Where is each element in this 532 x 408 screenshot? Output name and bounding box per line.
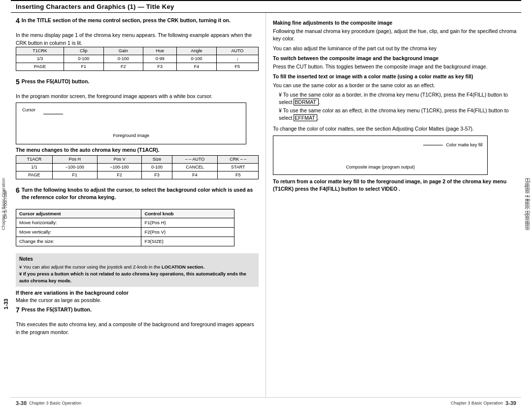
if-there-line2: Make the cursor as large as possible. (16, 297, 101, 303)
t2-f2: F2 (97, 171, 142, 179)
t2-r1: −100-100 (52, 163, 97, 171)
return-text: To return from a color matte key fill to… (273, 178, 517, 193)
step4-intro: In the TITLE section of the menu control… (22, 17, 231, 23)
footer-right-page: 3-39 (505, 400, 516, 406)
page-side-number: 1-33 (3, 299, 9, 309)
step7-sub: This executes the auto chroma key, and a… (16, 321, 254, 335)
composite-label: Composite image (program output) (346, 164, 415, 170)
page-title: Inserting Characters and Graphics (1) — … (16, 3, 174, 10)
t2-f3: F3 (142, 171, 172, 179)
step5-sub: In the program monitor screen, the foreg… (16, 93, 212, 99)
t1-h1: Clip (64, 47, 103, 55)
step6-number: 6 (16, 186, 20, 195)
fill-color-bullet1: ¥ To use the same color as a border, in … (279, 91, 517, 106)
if-there-line1: If there are variations in the backgroun… (16, 290, 129, 296)
t1-r2: 0-100 (103, 55, 143, 63)
color-mattes-note: To change the color of color mattes, see… (273, 125, 517, 133)
step7-number: 7 (16, 306, 20, 314)
ct-r1c0: Move vertically: (16, 228, 141, 237)
t2-f4: F4 (172, 171, 218, 179)
t1-h4: Angle (177, 47, 217, 55)
footer-right: Chapter 3 Basic Operation 3-39 (266, 398, 521, 408)
col-left: 4 In the TITLE section of the menu contr… (11, 13, 266, 397)
step4-number: 4 (16, 17, 20, 25)
note-item-1: ¥ You can also adjust the cursor using t… (19, 264, 255, 271)
notes-title: Notes (19, 256, 255, 263)
t1-h5: AUTO (216, 47, 258, 55)
switch-heading: To switch between the composite image an… (273, 55, 517, 62)
notes-box: Notes ¥ You can also adjust the cursor u… (16, 253, 259, 287)
left-chapter-label: Chapter 3 Basic Operation (1, 178, 6, 230)
step4-sub: In the menu display page 1 of the chroma… (16, 32, 252, 45)
ct-r2c0: Change the size: (16, 237, 141, 246)
note-item-2: ¥ If you press a button which is not rel… (19, 271, 255, 284)
t1-f2: F2 (103, 63, 143, 70)
making-fine-text: Following the manual chroma key procedur… (273, 28, 517, 42)
menu-change-text: The menu changes to the auto chroma key … (16, 146, 259, 154)
ct-r0c1: F1(Pos H) (141, 218, 234, 228)
step6-block: 6 Turn the following knobs to adjust the… (16, 186, 259, 249)
main-content: Inserting Characters and Graphics (1) — … (11, 0, 521, 408)
ct-h1: Control knob (141, 209, 234, 218)
fill-color-heading: To fill the inserted text or image with … (273, 73, 517, 80)
t1-f3: F3 (143, 63, 177, 70)
t2-h0: T1ACR (16, 155, 53, 163)
t1-r3: 0-99 (143, 55, 177, 63)
t1-h0: T1CRK (16, 47, 64, 55)
fill-color-text1: You can use the same color as a border o… (273, 82, 517, 89)
ct-r1c1: F2(Pos V) (141, 228, 234, 237)
footer-left: 3-38 Chapter 3 Basic Operation (11, 398, 266, 408)
t2-r4: CANCEL (172, 163, 218, 171)
right-chapter-label: Chapter 3 Basic Operation (526, 178, 531, 230)
t2-r5: START (218, 163, 259, 171)
t1-f5: F5 (216, 63, 258, 70)
fill-color-bullet2: ¥ To use the same color as an effect, in… (279, 107, 517, 122)
footer: 3-38 Chapter 3 Basic Operation Chapter 3… (11, 397, 521, 408)
t2-h4: – – AUTO (172, 155, 218, 163)
switch-text: Press the CUT button. This toggles betwe… (273, 63, 517, 70)
t2-r3: 0-100 (142, 163, 172, 171)
ct-r2c1: F3(SIZE) (141, 237, 234, 246)
footer-right-chapter: Chapter 3 Basic Operation (451, 401, 503, 406)
t2-r2: −100-100 (97, 163, 142, 171)
step4-table: T1CRK Clip Gain Hue Angle AUTO 1/3 0-100… (16, 47, 259, 71)
step6-intro: Turn the following knobs to adjust the c… (22, 187, 253, 200)
t1-h2: Gain (103, 47, 143, 55)
t1-f1: F1 (64, 63, 103, 70)
foreground-label: Foreground image (113, 133, 149, 139)
t2-f5: F5 (218, 171, 259, 179)
step5-number: 5 (16, 78, 20, 86)
step5-block: 5 Press the F5(AUTO) button. In the prog… (16, 78, 259, 182)
t2-f1: F1 (52, 171, 97, 179)
t2-f0: PAGE (16, 171, 53, 179)
footer-left-chapter: Chapter 3 Basic Operation (29, 401, 81, 406)
t2-h3: Size (142, 155, 172, 163)
t1-r1: 0-100 (64, 55, 103, 63)
color-matte-diagram: Color matte key fill Composite image (pr… (273, 136, 488, 175)
color-matte-label: Color matte key fill (446, 142, 482, 148)
color-matte-line (423, 145, 443, 145)
t2-h2: Pos V (97, 155, 142, 163)
cursor-diagram: Cursor Foreground image (16, 102, 246, 144)
t1-f4: F4 (177, 63, 217, 70)
making-fine-text2: You can also adjust the luminance of the… (273, 45, 517, 52)
cursor-dash (43, 114, 63, 114)
t2-r0: 1/1 (16, 163, 53, 171)
t1-r0: 1/3 (16, 55, 64, 63)
making-fine-heading: Making fine adjustments to the composite… (273, 19, 517, 27)
title-bar: Inserting Characters and Graphics (1) — … (11, 0, 521, 13)
t2-h5: CRK – – (218, 155, 259, 163)
page-container: DFS-700/700P Inserting Characters and Gr… (0, 0, 532, 408)
if-there-block: If there are variations in the backgroun… (16, 289, 259, 304)
step5-table: T1ACR Pos H Pos V Size – – AUTO CRK – – … (16, 155, 259, 179)
footer-left-page: 3-38 (16, 400, 27, 406)
t1-r4: 0-100 (177, 55, 217, 63)
ct-r0c0: Move horizontally: (16, 218, 141, 228)
cursor-adj-table: Cursor adjustment Control knob Move hori… (16, 209, 234, 246)
step5-intro: Press the F5(AUTO) button. (22, 78, 89, 84)
cursor-label: Cursor (22, 107, 35, 113)
t2-h1: Pos H (52, 155, 97, 163)
col-right: Making fine adjustments to the composite… (266, 13, 521, 397)
step4-block: 4 In the TITLE section of the menu contr… (16, 17, 259, 74)
t1-h3: Hue (143, 47, 177, 55)
